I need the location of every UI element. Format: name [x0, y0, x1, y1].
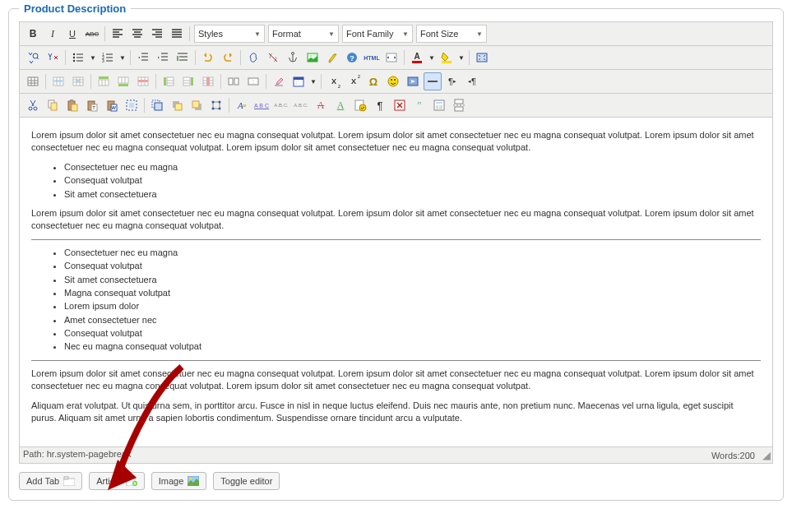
- cell-props-button[interactable]: [69, 72, 87, 90]
- ins-button[interactable]: A: [331, 96, 350, 114]
- replace-button[interactable]: [44, 49, 62, 67]
- attribs-button[interactable]: [351, 96, 369, 114]
- move-forward-button[interactable]: [168, 96, 186, 114]
- delete-col-button[interactable]: [199, 72, 217, 90]
- rtl-button[interactable]: ◂¶: [463, 72, 481, 90]
- cite-button[interactable]: A B C: [252, 96, 271, 114]
- insert-row-after-button[interactable]: [114, 72, 132, 90]
- insert-row-before-button[interactable]: [95, 72, 113, 90]
- code-button[interactable]: [382, 49, 401, 67]
- editor-content[interactable]: Lorem ipsum dolor sit amet consectetuer …: [20, 118, 772, 446]
- align-right-button[interactable]: [148, 25, 166, 43]
- unlink-button[interactable]: [264, 49, 282, 67]
- list-item: Amet consectetuer nec: [64, 314, 761, 326]
- italic-button[interactable]: I: [44, 25, 62, 43]
- underline-button[interactable]: U: [63, 25, 81, 43]
- bullet-list-dropdown[interactable]: ▼: [89, 49, 97, 67]
- styleprops-button[interactable]: Aa: [233, 96, 251, 114]
- copy-button[interactable]: [44, 96, 62, 114]
- visualchars-button[interactable]: ¶: [371, 96, 389, 114]
- media-button[interactable]: [404, 72, 422, 90]
- resize-handle[interactable]: ◢: [757, 449, 769, 461]
- outdent-button[interactable]: [134, 49, 152, 67]
- insert-col-after-button[interactable]: [179, 72, 197, 90]
- help-button[interactable]: ?: [343, 49, 361, 67]
- html-button[interactable]: HTML: [363, 49, 381, 67]
- fontfamily-select[interactable]: Font Family▼: [342, 25, 413, 43]
- align-justify-button[interactable]: [168, 25, 186, 43]
- word-count: Words:200: [711, 451, 755, 460]
- blockquote-button[interactable]: [174, 49, 192, 67]
- emoticon-button[interactable]: [384, 72, 402, 90]
- absolute-button[interactable]: [207, 96, 225, 114]
- del-button[interactable]: A: [312, 96, 330, 114]
- list-item: Lorem ipsum dolor: [64, 300, 761, 312]
- styles-select[interactable]: Styles▼: [194, 25, 265, 43]
- add-tab-button[interactable]: Add Tab: [19, 472, 82, 490]
- template-button[interactable]: [430, 96, 448, 114]
- article-button[interactable]: Article: [89, 472, 145, 490]
- superscript-button[interactable]: X2: [345, 72, 363, 90]
- split-cells-button[interactable]: [225, 72, 243, 90]
- row-props-button[interactable]: [49, 72, 67, 90]
- insert-col-before-button[interactable]: [160, 72, 178, 90]
- remove-format-button[interactable]: [270, 72, 288, 90]
- svg-point-66: [219, 101, 221, 104]
- forecolor-button[interactable]: A: [408, 49, 426, 67]
- move-backward-button[interactable]: [188, 96, 206, 114]
- table-button[interactable]: [24, 72, 42, 90]
- svg-rect-64: [213, 102, 220, 109]
- bold-button[interactable]: B: [24, 25, 42, 43]
- delete-row-button[interactable]: [134, 72, 152, 90]
- anchor-button[interactable]: [284, 49, 302, 67]
- layer-button[interactable]: [148, 96, 166, 114]
- svg-rect-27: [138, 80, 148, 82]
- paste-text-button[interactable]: T: [83, 96, 101, 114]
- strikethrough-button[interactable]: ABC: [83, 25, 101, 43]
- image-insert-button[interactable]: Image: [151, 472, 207, 490]
- quotes-button[interactable]: ": [410, 96, 428, 114]
- paste-button[interactable]: [63, 96, 81, 114]
- hr-button[interactable]: [424, 72, 442, 90]
- undo-button[interactable]: [199, 49, 217, 67]
- acronym-button[interactable]: A.B.C.: [292, 96, 310, 114]
- date-button[interactable]: [289, 72, 308, 90]
- paste-word-button[interactable]: W: [103, 96, 121, 114]
- link-button[interactable]: [244, 49, 262, 67]
- list-item: Consequat volutpat: [64, 327, 761, 340]
- find-button[interactable]: [24, 49, 42, 67]
- bullet-list-button[interactable]: [69, 49, 87, 67]
- format-select[interactable]: Format▼: [268, 25, 339, 43]
- subscript-button[interactable]: X2: [325, 72, 343, 90]
- redo-button[interactable]: [219, 49, 237, 67]
- abbr-button[interactable]: A.B.C.: [272, 96, 290, 114]
- svg-point-41: [394, 79, 396, 81]
- nonbreaking-button[interactable]: [391, 96, 409, 114]
- list-item: Consequat volutpat: [64, 260, 761, 272]
- product-description-panel: Product Description B I U ABC Styles▼ Fo…: [8, 8, 784, 501]
- ltr-button[interactable]: ¶▸: [443, 72, 461, 90]
- date-dropdown[interactable]: ▼: [309, 72, 317, 90]
- fontsize-select[interactable]: Font Size▼: [416, 25, 487, 43]
- fullscreen-button[interactable]: [473, 49, 491, 67]
- charmap-button[interactable]: Ω: [364, 72, 382, 90]
- path-display[interactable]: Path: hr.system-pagebreak: [23, 449, 131, 461]
- indent-button[interactable]: [154, 49, 172, 67]
- numbered-list-button[interactable]: 123: [99, 49, 117, 67]
- numbered-list-dropdown[interactable]: ▼: [118, 49, 127, 67]
- svg-rect-30: [183, 77, 190, 86]
- pagebreak-button[interactable]: [450, 96, 468, 114]
- backcolor-dropdown[interactable]: ▼: [457, 49, 465, 67]
- svg-point-68: [219, 108, 221, 110]
- align-center-button[interactable]: [128, 25, 146, 43]
- cut-button[interactable]: [24, 96, 42, 114]
- align-left-button[interactable]: [109, 25, 127, 43]
- backcolor-button[interactable]: [438, 49, 456, 67]
- merge-cells-button[interactable]: [244, 72, 262, 90]
- image-button[interactable]: [303, 49, 322, 67]
- select-all-button[interactable]: [123, 96, 141, 114]
- svg-point-40: [391, 79, 392, 81]
- toggle-editor-button[interactable]: Toggle editor: [213, 472, 280, 490]
- cleanup-button[interactable]: [323, 49, 341, 67]
- forecolor-dropdown[interactable]: ▼: [428, 49, 436, 67]
